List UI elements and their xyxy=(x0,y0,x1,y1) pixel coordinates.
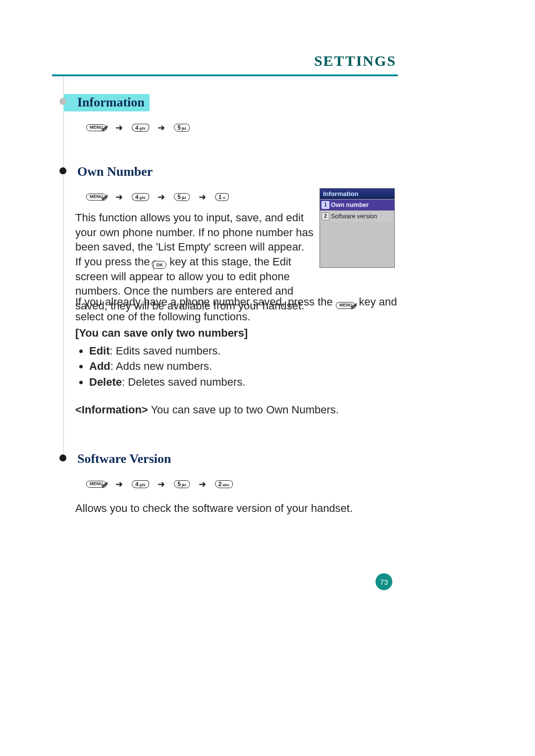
section-bullet-icon xyxy=(59,167,66,174)
func-desc: : Adds new numbers. xyxy=(110,360,212,372)
page-number-badge: 73 xyxy=(375,573,392,590)
software-version-para: Allows you to check the software version… xyxy=(75,501,390,516)
menu-key-icon: MENU xyxy=(86,481,107,488)
title-underline xyxy=(52,74,398,76)
arrow-icon: ➜ xyxy=(199,479,206,490)
func-name: Edit xyxy=(89,345,110,357)
own-number-limit-note: [You can save only two numbers] Edit: Ed… xyxy=(75,326,390,391)
menu-key-icon: MENU xyxy=(86,124,107,131)
section-software-version: Software Version MENU ➜ 4ghi ➜ 5jkl ➜ 2a… xyxy=(63,451,397,490)
function-list: Edit: Edits saved numbers. Add: Adds new… xyxy=(75,344,390,390)
key-4-icon: 4ghi xyxy=(131,480,149,488)
func-desc: : Deletes saved numbers. xyxy=(122,376,245,388)
key-sequence: MENU ➜ 4ghi ➜ 5jkl xyxy=(86,122,397,133)
page-title: SETTINGS xyxy=(314,52,396,69)
arrow-icon: ➜ xyxy=(158,122,165,133)
key-1-icon: 1∞ xyxy=(214,193,229,201)
mock-item-index: 2 xyxy=(321,212,329,220)
arrow-icon: ➜ xyxy=(115,479,123,490)
margin-rule xyxy=(63,76,64,457)
section-heading: Own Number xyxy=(63,163,158,181)
text: If you already have a phone number saved… xyxy=(75,296,336,308)
menu-key-icon: MENU xyxy=(86,194,107,201)
mock-body xyxy=(320,222,394,267)
ok-key-icon: OK xyxy=(153,261,167,269)
key-5-icon: 5jkl xyxy=(174,480,190,488)
mock-item-label: Software version xyxy=(331,213,377,220)
section-heading: Software Version xyxy=(63,451,176,468)
manual-page: SETTINGS Information MENU ➜ 4ghi ➜ 5jkl … xyxy=(0,0,535,756)
func-name: Add xyxy=(89,360,110,372)
phone-screen-mock: Information 1 Own number 2 Software vers… xyxy=(320,188,395,268)
section-bullet-icon xyxy=(59,98,66,105)
arrow-icon: ➜ xyxy=(115,192,123,202)
key-5-icon: 5jkl xyxy=(174,124,190,132)
func-desc: : Edits saved numbers. xyxy=(110,345,221,357)
own-number-info-note: <Information> You can save up to two Own… xyxy=(75,403,390,417)
section-heading: Information xyxy=(63,94,150,111)
list-item: Edit: Edits saved numbers. xyxy=(89,344,390,358)
key-sequence: MENU ➜ 4ghi ➜ 5jkl ➜ 2abc xyxy=(86,479,397,490)
key-4-icon: 4ghi xyxy=(131,193,149,201)
info-label: <Information> xyxy=(75,403,148,416)
arrow-icon: ➜ xyxy=(158,479,165,490)
list-item: Delete: Deletes saved numbers. xyxy=(89,375,390,390)
key-2-icon: 2abc xyxy=(215,480,233,488)
section-information: Information MENU ➜ 4ghi ➜ 5jkl xyxy=(63,94,397,133)
info-text: You can save up to two Own Numbers. xyxy=(148,403,339,416)
arrow-icon: ➜ xyxy=(199,192,206,202)
mock-item-own-number: 1 Own number xyxy=(320,199,394,210)
text: This function allows you to input, save,… xyxy=(75,211,314,253)
key-5-icon: 5jkl xyxy=(174,193,190,201)
arrow-icon: ➜ xyxy=(158,192,165,202)
key-4-icon: 4ghi xyxy=(131,124,149,132)
list-item: Add: Adds new numbers. xyxy=(89,359,390,374)
arrow-icon: ➜ xyxy=(115,122,123,133)
section-bullet-icon xyxy=(59,454,66,461)
mock-item-index: 1 xyxy=(321,201,329,209)
text: If you press the xyxy=(75,255,153,268)
mock-title: Information xyxy=(320,189,394,199)
text: [You can save only two numbers] xyxy=(75,327,248,339)
func-name: Delete xyxy=(89,376,122,388)
mock-item-software-version: 2 Software version xyxy=(320,210,394,222)
own-number-para2: If you already have a phone number saved… xyxy=(75,295,398,324)
menu-key-icon: MENU xyxy=(336,302,356,309)
mock-item-label: Own number xyxy=(331,202,369,208)
